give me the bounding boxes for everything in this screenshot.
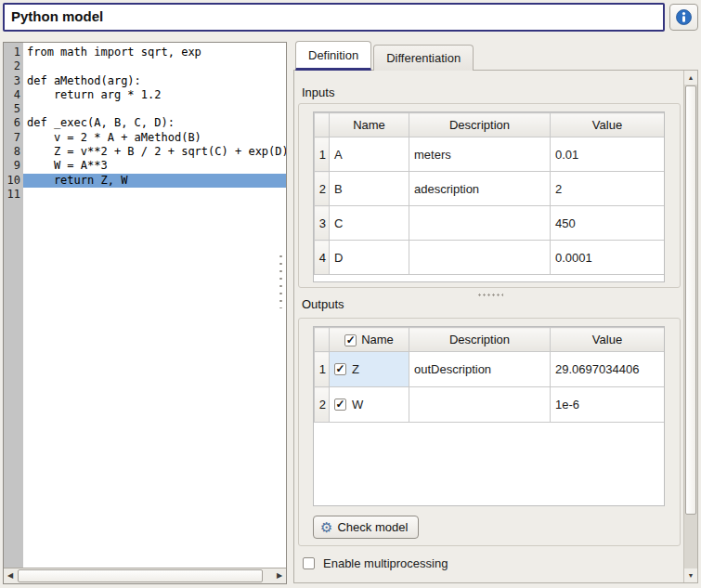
code-line[interactable]: def _exec(A, B, C, D):: [23, 116, 286, 130]
code-line[interactable]: [23, 59, 286, 73]
column-header-description: Description: [409, 328, 551, 352]
outputs-table[interactable]: ✓NameDescriptionValue 1✓ZoutDescription2…: [313, 326, 665, 506]
scroll-up-arrow-icon[interactable]: ▲: [684, 71, 697, 85]
outputs-group-frame: ✓NameDescriptionValue 1✓ZoutDescription2…: [298, 318, 681, 546]
line-number: 6: [4, 116, 23, 130]
line-number: 9: [4, 159, 23, 173]
horizontal-scrollbar-thumb[interactable]: [18, 569, 263, 582]
gear-icon: ⚙: [320, 520, 332, 534]
line-number: 7: [4, 131, 23, 145]
row-number-cell[interactable]: 2: [315, 172, 330, 206]
row-number-cell[interactable]: 4: [315, 241, 330, 275]
code-line[interactable]: return Z, W: [23, 174, 286, 188]
code-line[interactable]: [23, 102, 286, 116]
value-cell[interactable]: 2: [551, 172, 665, 206]
line-number: 4: [4, 88, 23, 102]
column-header-description: Description: [409, 113, 551, 137]
output-enabled-checkbox[interactable]: ✓: [334, 399, 346, 411]
description-cell[interactable]: [409, 206, 551, 241]
row-number-cell[interactable]: 3: [315, 206, 330, 241]
code-line[interactable]: return arg * 1.2: [23, 88, 286, 102]
column-header-name: ✓Name: [330, 328, 409, 352]
inputs-table-header-row: NameDescriptionValue: [315, 113, 665, 137]
model-name-input[interactable]: [3, 3, 665, 32]
code-editor[interactable]: 1234567891011 from math import sqrt, exp…: [3, 42, 287, 584]
description-cell[interactable]: meters: [409, 137, 551, 172]
table-corner-cell: [315, 328, 330, 352]
name-cell[interactable]: B: [330, 172, 409, 206]
line-number: 8: [4, 145, 23, 159]
name-cell[interactable]: ✓Z: [330, 352, 409, 387]
value-cell[interactable]: 1e-6: [551, 387, 665, 423]
description-cell[interactable]: [409, 241, 551, 275]
code-line[interactable]: [23, 188, 286, 202]
outputs-group-label: Outputs: [302, 297, 344, 311]
pane-vertical-scrollbar[interactable]: ▲ ▼: [683, 71, 697, 582]
code-line[interactable]: def aMethod(arg):: [23, 74, 286, 88]
value-cell[interactable]: 29.0697034406: [551, 352, 665, 387]
code-line[interactable]: v = 2 * A + aMethod(B): [23, 131, 286, 145]
description-cell[interactable]: outDescription: [409, 352, 551, 387]
inputs-outputs-splitter-handle[interactable]: [477, 293, 503, 297]
row-number-cell[interactable]: 2: [315, 387, 330, 423]
description-cell[interactable]: adescription: [409, 172, 551, 206]
column-header-label: Name: [361, 333, 394, 346]
table-row: 2✓W1e-6: [315, 387, 665, 423]
enable-multiprocessing-checkbox[interactable]: [303, 557, 315, 569]
table-row: 3C450: [315, 206, 665, 241]
table-row: 4D0.0001: [315, 241, 665, 275]
name-cell[interactable]: A: [330, 137, 409, 172]
tab-differentiation[interactable]: Differentiation: [373, 45, 474, 71]
enable-multiprocessing-label: Enable multiprocessing: [323, 556, 448, 570]
line-number: 5: [4, 102, 23, 116]
output-enabled-checkbox[interactable]: ✓: [334, 363, 346, 375]
name-cell[interactable]: D: [330, 241, 409, 275]
python-model-editor-window: 1234567891011 from math import sqrt, exp…: [0, 0, 701, 588]
check-model-label: Check model: [337, 520, 408, 534]
table-row: 1✓ZoutDescription29.0697034406: [315, 352, 665, 387]
code-line[interactable]: W = A**3: [23, 159, 286, 173]
editor-horizontal-scrollbar[interactable]: ◀ ▶: [4, 568, 286, 583]
line-number: 3: [4, 74, 23, 88]
info-icon: [676, 9, 692, 25]
table-corner-cell: [315, 113, 330, 137]
scroll-right-arrow-icon[interactable]: ▶: [273, 568, 286, 583]
line-number: 11: [4, 188, 23, 202]
inputs-group-frame: NameDescriptionValue 1Ameters0.012Badesc…: [298, 103, 681, 288]
outputs-table-header-row: ✓NameDescriptionValue: [315, 328, 665, 352]
check-model-button[interactable]: ⚙ Check model: [313, 516, 419, 539]
table-row: 1Ameters0.01: [315, 137, 665, 172]
column-header-name: Name: [330, 113, 409, 137]
vertical-scrollbar-thumb[interactable]: [685, 85, 696, 515]
definition-tab-pane: Inputs NameDescriptionValue 1Ameters0.01…: [293, 70, 698, 583]
name-cell[interactable]: ✓W: [330, 387, 409, 423]
editor-pane-splitter-handle[interactable]: [279, 253, 283, 308]
code-area[interactable]: from math import sqrt, exp def aMethod(a…: [23, 43, 286, 583]
value-cell[interactable]: 0.0001: [551, 241, 665, 275]
scroll-down-arrow-icon[interactable]: ▼: [684, 568, 697, 582]
line-number-gutter: 1234567891011: [4, 43, 23, 583]
description-cell[interactable]: [409, 387, 551, 423]
tab-definition[interactable]: Definition: [295, 41, 371, 71]
code-line[interactable]: Z = v**2 + B / 2 + sqrt(C) + exp(D): [23, 145, 286, 159]
line-number: 2: [4, 59, 23, 73]
line-number: 10: [4, 174, 23, 188]
row-number-cell[interactable]: 1: [315, 137, 330, 172]
tab-bar: Definition Differentiation: [295, 41, 474, 71]
column-header-value: Value: [551, 113, 665, 137]
column-header-value: Value: [551, 328, 665, 352]
select-all-checkbox[interactable]: ✓: [344, 334, 357, 346]
inputs-group-label: Inputs: [302, 85, 334, 99]
line-number: 1: [4, 46, 23, 59]
row-number-cell[interactable]: 1: [315, 352, 330, 387]
scroll-left-arrow-icon[interactable]: ◀: [4, 568, 17, 583]
inputs-table[interactable]: NameDescriptionValue 1Ameters0.012Badesc…: [313, 111, 665, 282]
table-row: 2Badescription2: [315, 172, 665, 206]
code-line[interactable]: from math import sqrt, exp: [23, 46, 286, 59]
output-name-label: Z: [352, 362, 359, 376]
output-name-label: W: [352, 398, 363, 412]
info-button[interactable]: [669, 4, 698, 31]
value-cell[interactable]: 450: [551, 206, 665, 241]
value-cell[interactable]: 0.01: [551, 137, 665, 172]
name-cell[interactable]: C: [330, 206, 409, 241]
